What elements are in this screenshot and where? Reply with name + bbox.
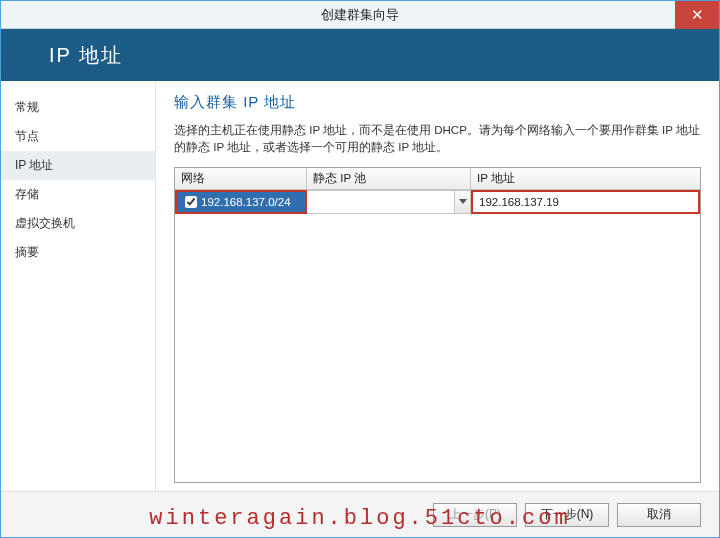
banner: IP 地址 [1, 29, 719, 81]
col-header-pool[interactable]: 静态 IP 池 [307, 168, 471, 189]
window-title: 创建群集向导 [321, 6, 399, 24]
banner-title: IP 地址 [49, 42, 123, 69]
body: 常规 节点 IP 地址 存储 虚拟交换机 摘要 输入群集 IP 地址 选择的主机… [1, 81, 719, 491]
section-description: 选择的主机正在使用静态 IP 地址，而不是在使用 DHCP。请为每个网络输入一个… [174, 122, 701, 157]
titlebar: 创建群集向导 ✕ [1, 1, 719, 29]
sidebar-item-summary[interactable]: 摘要 [1, 238, 155, 267]
grid-header-row: 网络 静态 IP 池 IP 地址 [175, 168, 700, 190]
close-icon: ✕ [691, 6, 704, 24]
previous-button[interactable]: 上一步(P) [433, 503, 517, 527]
pool-dropdown-button[interactable] [454, 191, 470, 213]
sidebar-item-virtual-switch[interactable]: 虚拟交换机 [1, 209, 155, 238]
cell-network[interactable]: 192.168.137.0/24 [175, 190, 307, 214]
sidebar-item-storage[interactable]: 存储 [1, 180, 155, 209]
main-panel: 输入群集 IP 地址 选择的主机正在使用静态 IP 地址，而不是在使用 DHCP… [156, 81, 719, 491]
footer: 上一步(P) 下一步(N) 取消 [1, 491, 719, 537]
next-button[interactable]: 下一步(N) [525, 503, 609, 527]
network-checkbox[interactable] [185, 196, 197, 208]
grid-empty-area [175, 214, 700, 483]
wizard-window: 创建群集向导 ✕ IP 地址 常规 节点 IP 地址 存储 虚拟交换机 摘要 输… [0, 0, 720, 538]
col-header-network[interactable]: 网络 [175, 168, 307, 189]
sidebar: 常规 节点 IP 地址 存储 虚拟交换机 摘要 [1, 81, 156, 491]
ip-value: 192.168.137.19 [479, 196, 559, 208]
cancel-button[interactable]: 取消 [617, 503, 701, 527]
section-heading: 输入群集 IP 地址 [174, 93, 701, 112]
chevron-down-icon [459, 199, 467, 204]
network-label: 192.168.137.0/24 [201, 196, 291, 208]
table-row: 192.168.137.0/24 192.168.137.19 [175, 190, 700, 214]
sidebar-item-ip-address[interactable]: IP 地址 [1, 151, 155, 180]
close-button[interactable]: ✕ [675, 1, 719, 29]
sidebar-item-nodes[interactable]: 节点 [1, 122, 155, 151]
col-header-ip[interactable]: IP 地址 [471, 168, 700, 189]
sidebar-item-general[interactable]: 常规 [1, 93, 155, 122]
ip-grid: 网络 静态 IP 池 IP 地址 192.168.137.0/24 [174, 167, 701, 484]
cell-static-ip-pool[interactable] [307, 190, 471, 214]
cell-ip-address[interactable]: 192.168.137.19 [471, 190, 700, 214]
